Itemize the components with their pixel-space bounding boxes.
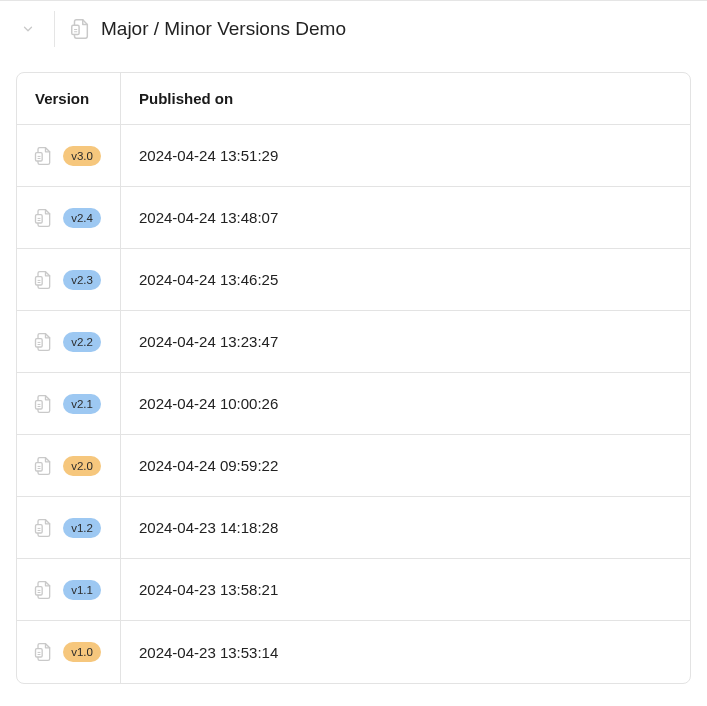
cell-version: v1.0 — [17, 621, 121, 683]
document-icon — [33, 456, 53, 476]
cell-version: v1.2 — [17, 497, 121, 558]
divider — [54, 11, 55, 47]
table-row[interactable]: v1.12024-04-23 13:58:21 — [17, 559, 690, 621]
content: Version Published on v3.02024-04-24 13:5… — [0, 56, 707, 700]
cell-published: 2024-04-24 13:51:29 — [121, 125, 690, 186]
column-header-published-label: Published on — [139, 90, 233, 107]
table-row[interactable]: v2.32024-04-24 13:46:25 — [17, 249, 690, 311]
document-icon — [33, 146, 53, 166]
version-badge: v1.2 — [63, 518, 101, 538]
cell-published: 2024-04-23 13:53:14 — [121, 621, 690, 683]
chevron-down-icon — [21, 22, 35, 36]
cell-published: 2024-04-24 13:23:47 — [121, 311, 690, 372]
document-icon — [33, 642, 53, 662]
document-icon — [33, 580, 53, 600]
cell-published: 2024-04-23 14:18:28 — [121, 497, 690, 558]
version-badge: v2.0 — [63, 456, 101, 476]
table-row[interactable]: v1.22024-04-23 14:18:28 — [17, 497, 690, 559]
cell-published: 2024-04-24 09:59:22 — [121, 435, 690, 496]
table-row[interactable]: v3.02024-04-24 13:51:29 — [17, 125, 690, 187]
version-badge: v2.3 — [63, 270, 101, 290]
column-header-version-label: Version — [35, 90, 89, 107]
title-wrap: Major / Minor Versions Demo — [69, 18, 346, 40]
table-header: Version Published on — [17, 73, 690, 125]
cell-version: v2.1 — [17, 373, 121, 434]
version-badge: v1.1 — [63, 580, 101, 600]
document-icon — [33, 208, 53, 228]
cell-version: v3.0 — [17, 125, 121, 186]
table-row[interactable]: v2.22024-04-24 13:23:47 — [17, 311, 690, 373]
version-badge: v1.0 — [63, 642, 101, 662]
cell-version: v2.3 — [17, 249, 121, 310]
version-badge: v2.1 — [63, 394, 101, 414]
version-badge: v2.2 — [63, 332, 101, 352]
cell-published: 2024-04-23 13:58:21 — [121, 559, 690, 620]
cell-published: 2024-04-24 13:48:07 — [121, 187, 690, 248]
cell-published: 2024-04-24 13:46:25 — [121, 249, 690, 310]
version-badge: v2.4 — [63, 208, 101, 228]
column-header-version[interactable]: Version — [17, 73, 121, 124]
cell-version: v2.4 — [17, 187, 121, 248]
table-body: v3.02024-04-24 13:51:29v2.42024-04-24 13… — [17, 125, 690, 683]
document-icon — [33, 332, 53, 352]
table-row[interactable]: v1.02024-04-23 13:53:14 — [17, 621, 690, 683]
cell-version: v1.1 — [17, 559, 121, 620]
versions-table: Version Published on v3.02024-04-24 13:5… — [16, 72, 691, 684]
document-icon — [33, 518, 53, 538]
document-icon — [33, 394, 53, 414]
table-row[interactable]: v2.02024-04-24 09:59:22 — [17, 435, 690, 497]
document-icon — [69, 18, 91, 40]
cell-published: 2024-04-24 10:00:26 — [121, 373, 690, 434]
column-header-published[interactable]: Published on — [121, 73, 690, 124]
cell-version: v2.2 — [17, 311, 121, 372]
collapse-toggle[interactable] — [16, 17, 40, 41]
table-row[interactable]: v2.42024-04-24 13:48:07 — [17, 187, 690, 249]
table-row[interactable]: v2.12024-04-24 10:00:26 — [17, 373, 690, 435]
version-badge: v3.0 — [63, 146, 101, 166]
header-bar: Major / Minor Versions Demo — [0, 0, 707, 56]
document-icon — [33, 270, 53, 290]
page-title: Major / Minor Versions Demo — [101, 18, 346, 40]
cell-version: v2.0 — [17, 435, 121, 496]
